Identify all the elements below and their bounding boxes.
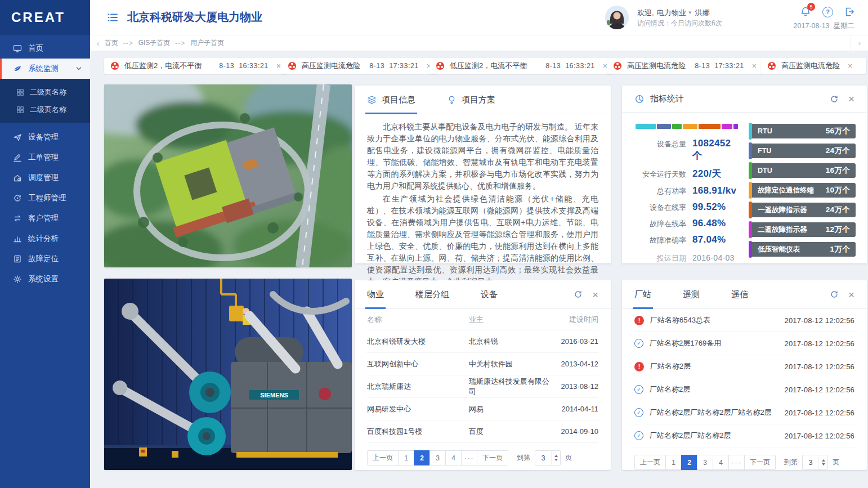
page-button-4[interactable]: 4 [713, 455, 729, 470]
close-icon[interactable]: × [848, 93, 854, 104]
station-row[interactable]: ! 厂站名称6543总表 2017-08-12 12:02:56 [634, 309, 854, 332]
station-row[interactable]: ✓ 厂站名称2层 2017-08-12 12:02:56 [634, 378, 854, 401]
chevron-down-icon [75, 65, 82, 72]
page-button-2-active[interactable]: 2 [414, 450, 430, 465]
sidebar-item-workorder[interactable]: 工单管理 [0, 147, 90, 168]
sidebar-item-customer[interactable]: 客户管理 [0, 208, 90, 229]
page-button-4[interactable]: 4 [445, 450, 462, 465]
app-root: CREAT 首页 系统监测 二级页名称 二级页名称 [0, 0, 868, 488]
table-row[interactable]: 北京瑞斯康达 瑞斯康达科技发展有限公司 2013-08-12 [367, 375, 598, 398]
next-page-button[interactable]: 下一页 [477, 450, 508, 465]
breadcrumb-forward-icon[interactable]: › [851, 35, 868, 51]
tab-station[interactable]: 厂站 [634, 280, 651, 308]
breadcrumb-home[interactable]: 首页 [105, 38, 118, 48]
sidebar-item-fault[interactable]: 故障定位 [0, 249, 90, 269]
page-ellipsis[interactable]: ··· [728, 455, 745, 470]
sidebar-item-label: 系统监测 [28, 64, 59, 74]
spinner-up-icon [554, 455, 558, 457]
table-row[interactable]: 百度科技园1号楼 百度 2014-09-10 [367, 420, 598, 443]
username: 洪娜 [695, 7, 710, 18]
sidebar-item-label: 客户管理 [28, 213, 59, 223]
close-icon[interactable]: × [592, 289, 598, 300]
page-button-2-active[interactable]: 2 [681, 455, 697, 470]
ok-status-icon: ✓ [634, 431, 643, 440]
sidebar-subitem-2[interactable]: 二级页名称 [0, 101, 90, 118]
tab-project-info[interactable]: 项目信息 [367, 86, 415, 114]
layers-icon [367, 95, 377, 105]
alert-pill: 高压监测电流危险 8-13 17:33:21 × [281, 58, 437, 74]
pie-chart-icon [634, 94, 645, 104]
spinner-arrows[interactable] [818, 455, 827, 469]
help-button[interactable]: ? [822, 7, 833, 17]
refresh-icon[interactable] [830, 95, 839, 104]
sidebar-item-label: 统计分析 [28, 234, 59, 244]
grid-icon [16, 88, 24, 96]
station-row[interactable]: ✓ 厂站名称2层厂站名称2层 2017-08-12 12:02:56 [634, 424, 854, 447]
page-button-1[interactable]: 1 [665, 455, 682, 470]
tab-telemetry[interactable]: 遥测 [683, 280, 700, 308]
badge-stripe [749, 142, 752, 159]
goto-label: 到第 [517, 453, 530, 463]
breadcrumb-separator: --> [175, 39, 185, 47]
sidebar-item-engineer[interactable]: 工程师管理 [0, 188, 90, 208]
date-display: 2017-08-13 星期二 [794, 21, 854, 31]
sidebar-item-label: 设备管理 [28, 132, 59, 142]
station-row[interactable]: ! 厂站名称2层 2017-08-12 12:02:56 [634, 355, 854, 378]
table-row[interactable]: 网易研发中心 网易 2014-04-11 [367, 398, 598, 420]
notifications-button[interactable]: 5 [800, 6, 811, 17]
transformer-image: SIEMENS [104, 279, 352, 470]
avatar-photo [605, 6, 629, 29]
colorbar-segment [672, 124, 682, 129]
breadcrumb-separator: --> [123, 39, 133, 47]
station-row[interactable]: ✓ 厂站名称2层1769备用 2017-08-12 12:02:56 [634, 332, 854, 355]
page-number-spinner[interactable]: 3 [535, 450, 561, 465]
tab-project-plan[interactable]: 项目方案 [447, 86, 495, 114]
sidebar-item-device[interactable]: 设备管理 [0, 127, 90, 147]
tab-label: 楼层分组 [415, 289, 449, 300]
table-row[interactable]: 互联网创新中心 中关村软件园 2013-04-12 [367, 353, 598, 375]
breadcrumb-back-icon[interactable]: ‹ [97, 39, 100, 48]
sidebar-item-label: 工单管理 [28, 153, 59, 163]
page-number-spinner[interactable]: 3 [802, 455, 828, 470]
building-aerial-render [104, 84, 352, 267]
alert-text: 低压监测2，电流不平衡 [450, 61, 527, 71]
page-button-3[interactable]: 3 [429, 450, 446, 465]
close-icon[interactable]: × [752, 62, 757, 70]
sidebar-item-dispatch[interactable]: 调度管理 [0, 168, 90, 188]
device-badge: RTU56万个 [749, 124, 856, 138]
menu-list-icon[interactable] [107, 12, 118, 23]
avatar[interactable] [605, 6, 629, 29]
station-row[interactable]: ✓ 厂站名称2层厂站名称2层厂站名称2层 2017-08-12 12:02:56 [634, 401, 854, 424]
spinner-arrows[interactable] [551, 451, 560, 465]
tab-device[interactable]: 设备 [481, 280, 498, 308]
sidebar-item-system-monitor[interactable]: 系统监测 [0, 59, 90, 79]
breadcrumb-user[interactable]: 用户子首页 [190, 38, 224, 48]
page-button-3[interactable]: 3 [697, 455, 713, 470]
device-badge: 二遥故障指示器12万个 [749, 222, 856, 237]
stat-row: 总有功率168.91/kv [632, 185, 740, 196]
tab-floor-group[interactable]: 楼层分组 [415, 280, 449, 308]
refresh-icon[interactable] [830, 290, 839, 299]
sidebar-item-home[interactable]: 首页 [0, 38, 90, 59]
close-icon[interactable]: × [848, 289, 854, 300]
badge-stripe [749, 241, 752, 258]
org-dropdown[interactable]: 电力物业 ▼ [657, 7, 692, 18]
sidebar-item-settings[interactable]: 系统设置 [0, 269, 90, 289]
refresh-icon[interactable] [574, 290, 583, 299]
tab-property[interactable]: 物业 [367, 280, 384, 308]
sidebar-subitem-1[interactable]: 二级页名称 [0, 83, 90, 101]
page-button-1[interactable]: 1 [398, 450, 414, 465]
page-ellipsis[interactable]: ··· [461, 450, 477, 465]
next-page-button[interactable]: 下一页 [744, 455, 776, 470]
tab-telesignal[interactable]: 遥信 [731, 280, 748, 308]
sidebar-item-statistics[interactable]: 统计分析 [0, 229, 90, 249]
logout-icon[interactable] [844, 7, 854, 17]
close-icon[interactable]: × [276, 62, 281, 70]
close-icon[interactable]: × [848, 62, 852, 70]
prev-page-button[interactable]: 上一页 [634, 455, 666, 470]
prev-page-button[interactable]: 上一页 [367, 450, 399, 465]
colorbar-segment [657, 124, 672, 129]
breadcrumb-gis[interactable]: GIS子首页 [138, 38, 171, 48]
table-row[interactable]: 北京科锐研发大楼 北京科锐 2016-03-21 [367, 330, 598, 353]
badge-stripe [749, 221, 752, 238]
